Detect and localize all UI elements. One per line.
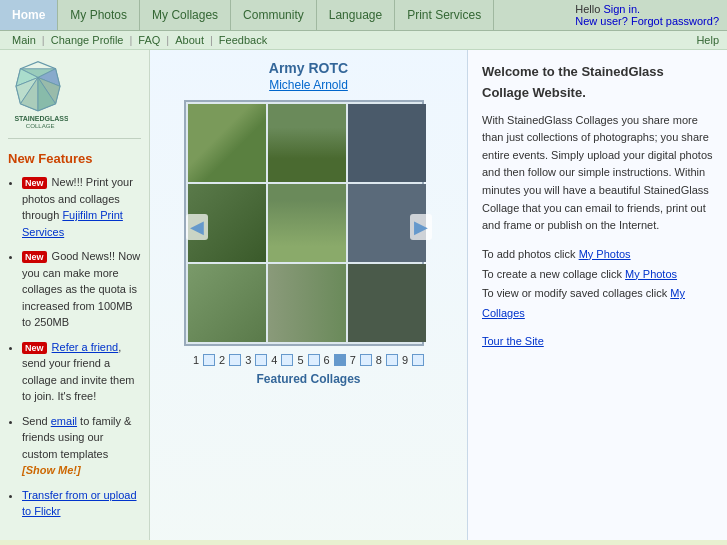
center-inner: Army ROTC Michele Arnold ◀ — [155, 60, 462, 386]
my-photos-link-1[interactable]: My Photos — [579, 248, 631, 260]
nav-community[interactable]: Community — [231, 0, 317, 30]
page-number-1[interactable]: 1 — [193, 354, 199, 366]
page-number-4[interactable]: 4 — [271, 354, 277, 366]
nav-my-collages[interactable]: My Collages — [140, 0, 231, 30]
nav-my-photos[interactable]: My Photos — [58, 0, 140, 30]
separator: | — [42, 34, 45, 46]
page-number-9[interactable]: 9 — [402, 354, 408, 366]
collage-grid — [186, 102, 422, 344]
collage-photo-5 — [268, 184, 346, 262]
collage-photo-1 — [188, 104, 266, 182]
left-sidebar: STAINEDGLASS COLLAGE New Features New Ne… — [0, 50, 150, 540]
new-badge: New — [22, 342, 47, 354]
show-me-link[interactable]: [Show Me!] — [22, 464, 81, 476]
logo-icon: STAINEDGLASS COLLAGE — [8, 60, 68, 130]
collage-frame — [184, 100, 424, 346]
help-text: Help — [696, 34, 719, 46]
separator: | — [166, 34, 169, 46]
action-link-3: To view or modify saved collages click M… — [482, 284, 713, 324]
nav-user-area: Hello Sign in. New user? Forgot password… — [567, 0, 727, 30]
sign-in-link[interactable]: Sign in. — [603, 3, 640, 15]
page-dot-8[interactable] — [386, 354, 398, 366]
email-link[interactable]: email — [51, 415, 77, 427]
new-features-title: New Features — [8, 151, 141, 166]
page-dot-5[interactable] — [308, 354, 320, 366]
nav-print-services[interactable]: Print Services — [395, 0, 494, 30]
page-number-2[interactable]: 2 — [219, 354, 225, 366]
page-number-7[interactable]: 7 — [350, 354, 356, 366]
page-dot-4[interactable] — [281, 354, 293, 366]
prev-button[interactable]: ◀ — [186, 214, 208, 240]
flickr-link[interactable]: Transfer from or upload to Flickr — [22, 489, 137, 518]
page-number-8[interactable]: 8 — [376, 354, 382, 366]
top-navigation: Home My Photos My Collages Community Lan… — [0, 0, 727, 31]
collage-author-link[interactable]: Michele Arnold — [269, 78, 348, 92]
new-user-text: New user? Forgot password? — [575, 15, 719, 27]
welcome-paragraph: With StainedGlass Collages you share mor… — [482, 112, 713, 235]
action-links: To add photos click My Photos To create … — [482, 245, 713, 324]
action-link-2: To create a new collage click My Photos — [482, 265, 713, 285]
page-dot-1[interactable] — [203, 354, 215, 366]
page-dot-7[interactable] — [360, 354, 372, 366]
page-dot-6[interactable] — [334, 354, 346, 366]
refer-friend-link[interactable]: Refer a friend — [52, 341, 119, 353]
svg-text:STAINEDGLASS: STAINEDGLASS — [14, 115, 68, 122]
tour-site-link[interactable]: Tour the Site — [482, 335, 544, 347]
list-item: New New!!! Print your photos and collage… — [22, 174, 141, 240]
collage-photo-9 — [348, 264, 426, 342]
logo-area: STAINEDGLASS COLLAGE — [8, 60, 141, 139]
collage-viewer: ◀ ▶ — [184, 100, 434, 354]
sub-nav-about[interactable]: About — [175, 34, 204, 46]
featured-collages-label: Featured Collages — [256, 372, 360, 386]
new-badge: New — [22, 177, 47, 189]
separator: | — [210, 34, 213, 46]
collage-photo-7 — [188, 264, 266, 342]
page-dot-9[interactable] — [412, 354, 424, 366]
svg-text:COLLAGE: COLLAGE — [26, 122, 55, 129]
list-item: New Refer a friend, send your friend a c… — [22, 339, 141, 405]
tour-link: Tour the Site — [482, 332, 713, 351]
sub-nav-faq[interactable]: FAQ — [138, 34, 160, 46]
action-link-1: To add photos click My Photos — [482, 245, 713, 265]
sub-nav-change-profile[interactable]: Change Profile — [51, 34, 124, 46]
separator: | — [129, 34, 132, 46]
collage-photo-8 — [268, 264, 346, 342]
page-dot-2[interactable] — [229, 354, 241, 366]
list-item: Send email to family & friends using our… — [22, 413, 141, 479]
fujifilm-link[interactable]: Fujifilm Print Services — [22, 209, 123, 238]
sub-nav-feedback[interactable]: Feedback — [219, 34, 267, 46]
page-number-6[interactable]: 6 — [324, 354, 330, 366]
page-dot-3[interactable] — [255, 354, 267, 366]
new-badge: New — [22, 251, 47, 263]
my-photos-link-2[interactable]: My Photos — [625, 268, 677, 280]
collage-title: Army ROTC — [269, 60, 348, 76]
list-item: New Good News!! Now you can make more co… — [22, 248, 141, 331]
collage-photo-3 — [348, 104, 426, 182]
nav-language[interactable]: Language — [317, 0, 395, 30]
nav-home[interactable]: Home — [0, 0, 58, 30]
page-number-3[interactable]: 3 — [245, 354, 251, 366]
sub-nav-main[interactable]: Main — [12, 34, 36, 46]
sub-navigation: Main | Change Profile | FAQ | About | Fe… — [0, 31, 727, 50]
next-button[interactable]: ▶ — [410, 214, 432, 240]
hello-text: Hello Sign in. — [575, 3, 719, 15]
page-number-5[interactable]: 5 — [297, 354, 303, 366]
center-content: Army ROTC Michele Arnold ◀ — [150, 50, 467, 540]
list-item: Transfer from or upload to Flickr — [22, 487, 141, 520]
pagination: 1 2 3 4 5 6 7 8 9 — [193, 354, 424, 366]
new-user-link[interactable]: New user? — [575, 15, 628, 27]
sidebar-feature-list: New New!!! Print your photos and collage… — [8, 174, 141, 520]
right-content: Welcome to the StainedGlass Collage Webs… — [467, 50, 727, 540]
collage-photo-2 — [268, 104, 346, 182]
forgot-password-link[interactable]: Forgot password? — [631, 15, 719, 27]
main-layout: STAINEDGLASS COLLAGE New Features New Ne… — [0, 50, 727, 540]
welcome-title: Welcome to the StainedGlass Collage Webs… — [482, 62, 713, 104]
